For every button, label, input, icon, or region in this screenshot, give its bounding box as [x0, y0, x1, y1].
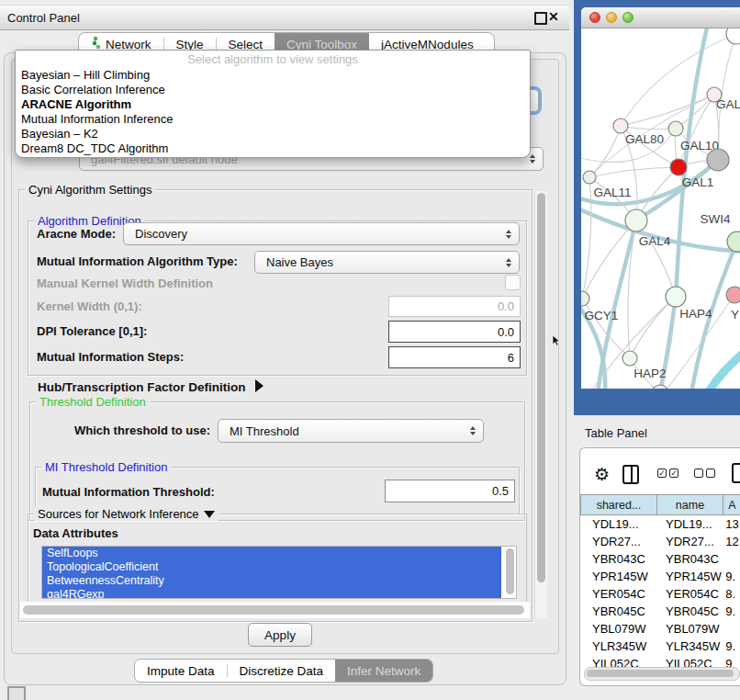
select-all-rows-icon[interactable]: ✓✓: [657, 469, 678, 478]
list-item[interactable]: gal4RGexp: [42, 588, 501, 599]
control-panel-title: Control Panel: [0, 11, 80, 25]
gear-icon[interactable]: ⚙: [594, 464, 610, 485]
apply-button[interactable]: Apply: [248, 623, 312, 647]
node-gal10[interactable]: [668, 121, 683, 136]
list-item[interactable]: SelfLoops: [42, 547, 501, 560]
node-hap2[interactable]: [622, 351, 637, 366]
table-cell: YER054C: [580, 587, 656, 601]
table-row[interactable]: YDR27...YDR27...12: [580, 533, 740, 550]
data-attributes-label: Data Attributes: [33, 526, 118, 540]
node-label: GAL4: [639, 234, 671, 248]
node-gal11[interactable]: [583, 171, 596, 184]
network-window[interactable]: GALGAL80GAL10GAL1GAL11GAL4SWI4GCY1HAP4YH…: [581, 7, 740, 389]
tab-impute-data[interactable]: Impute Data: [135, 660, 227, 682]
node-gal1[interactable]: [670, 159, 687, 175]
mi-threshold-field[interactable]: 0.5: [385, 480, 515, 502]
list-item[interactable]: TopologicalCoefficient: [42, 560, 501, 574]
settings-horizontal-scrollbar[interactable]: [19, 602, 530, 618]
column-header-0[interactable]: shared...: [580, 494, 657, 515]
control-panel-titlebar: Control Panel: [0, 5, 569, 30]
node-y[interactable]: [726, 287, 740, 303]
algorithm-option[interactable]: Bayesian – K2: [16, 127, 530, 141]
table-cell: YBR043C: [656, 552, 722, 566]
network-edge[interactable]: [621, 126, 676, 130]
algorithm-dropdown-popup: Select algorithm to view settings Bayesi…: [15, 50, 531, 158]
table-cell: 9.: [722, 604, 740, 618]
group-title: Threshold Definition: [36, 395, 150, 409]
network-edge[interactable]: [582, 177, 591, 299]
float-window-icon[interactable]: [534, 12, 547, 25]
node-nbot[interactable]: [652, 385, 668, 389]
network-canvas[interactable]: GALGAL80GAL10GAL1GAL11GAL4SWI4GCY1HAP4YH…: [581, 28, 740, 389]
algorithm-option[interactable]: Basic Correlation Inference: [16, 83, 530, 97]
column-header-2[interactable]: A: [723, 494, 740, 515]
table-body: YDL19...YDL19...13YDR27...YDR27...12YBR0…: [580, 515, 740, 667]
table-cell: 8.: [722, 587, 740, 601]
node-label: GAL: [716, 97, 740, 111]
node-label: GAL11: [593, 186, 631, 199]
minimize-traffic-light-icon[interactable]: [606, 12, 617, 23]
network-edge[interactable]: [708, 352, 740, 389]
node-label: GCY1: [585, 309, 619, 322]
combo-stepper-icon: [506, 258, 511, 267]
zoom-traffic-light-icon[interactable]: [622, 12, 633, 23]
mi-type-combobox[interactable]: Naive Bayes: [254, 251, 520, 274]
which-threshold-combobox[interactable]: MI Threshold: [218, 419, 484, 443]
table-cell: YDL19...: [580, 517, 656, 531]
group-title: Cyni Algorithm Settings: [25, 183, 155, 197]
algorithm-option[interactable]: Mutual Information Inference: [16, 112, 530, 127]
node-toparc[interactable]: [726, 28, 740, 44]
aracne-mode-label: Aracne Mode:: [37, 227, 116, 241]
settings-vertical-scrollbar[interactable]: [534, 191, 547, 618]
data-attributes-list[interactable]: SelfLoopsTopologicalCoefficientBetweenne…: [41, 546, 517, 599]
algorithm-option[interactable]: Dream8 DC_TDC Algorithm: [16, 141, 530, 156]
algorithm-option[interactable]: ARACNE Algorithm: [16, 97, 530, 112]
node-hap4[interactable]: [666, 287, 686, 307]
network-edge[interactable]: [621, 95, 714, 126]
table-row[interactable]: YBR043CYBR043C: [580, 550, 740, 568]
network-edge[interactable]: [589, 126, 621, 177]
deselect-all-rows-icon[interactable]: [694, 469, 715, 478]
list-scrollbar[interactable]: [506, 548, 514, 594]
table-cell: YLR345W: [580, 639, 656, 653]
table-row[interactable]: YER054CYER054C8.: [580, 585, 740, 603]
table-row[interactable]: YBR045CYBR045C9.: [580, 603, 740, 620]
dpi-tolerance-field[interactable]: 0.0: [388, 321, 521, 343]
expand-arrow-icon[interactable]: [255, 379, 263, 392]
collapse-arrow-icon[interactable]: [204, 511, 215, 518]
tab-infer-network[interactable]: Infer Network: [335, 660, 432, 682]
column-header-1[interactable]: name: [657, 494, 723, 515]
mi-steps-field[interactable]: 6: [388, 346, 521, 368]
kernel-width-field[interactable]: 0.0: [388, 296, 521, 317]
table-cell: 9.: [722, 570, 740, 583]
node-gcy1[interactable]: [581, 291, 589, 306]
node-gray[interactable]: [707, 149, 729, 171]
minimized-panel-icon[interactable]: [7, 686, 26, 700]
table-cell: 12: [722, 535, 740, 548]
table-cell: YPR145W: [580, 570, 656, 583]
network-edge[interactable]: [621, 34, 736, 126]
table-horizontal-scrollbar[interactable]: [584, 667, 740, 681]
document-icon[interactable]: [732, 463, 740, 483]
table-row[interactable]: YPR145WYPR145W9.: [580, 568, 740, 585]
columns-icon[interactable]: [622, 465, 639, 484]
manual-kernel-checkbox[interactable]: [505, 275, 521, 290]
table-row[interactable]: YBL079WYBL079W: [580, 620, 740, 638]
node-label: HAP4: [679, 307, 712, 321]
list-item[interactable]: BetweennessCentrality: [42, 574, 501, 588]
table-row[interactable]: YIL052CYIL052C9: [580, 655, 740, 667]
mi-threshold-label: Mutual Information Threshold:: [42, 485, 215, 499]
table-row[interactable]: YDL19...YDL19...13: [580, 515, 740, 533]
tab-discretize-data[interactable]: Discretize Data: [228, 660, 336, 682]
node-gal4[interactable]: [625, 209, 647, 231]
node-gal80[interactable]: [613, 119, 628, 133]
table-cell: YER054C: [656, 587, 722, 601]
table-cell: YBL079W: [656, 622, 722, 636]
table-row[interactable]: YLR345WYLR345W9.: [580, 638, 740, 655]
close-icon[interactable]: ✕: [548, 8, 559, 25]
algorithm-option[interactable]: Bayesian – Hill Climbing: [16, 68, 530, 83]
close-traffic-light-icon[interactable]: [589, 12, 600, 23]
aracne-mode-combobox[interactable]: Discovery: [123, 222, 520, 245]
table-cell: YDL19...: [656, 517, 722, 531]
mi-steps-label: Mutual Information Steps:: [37, 350, 184, 364]
